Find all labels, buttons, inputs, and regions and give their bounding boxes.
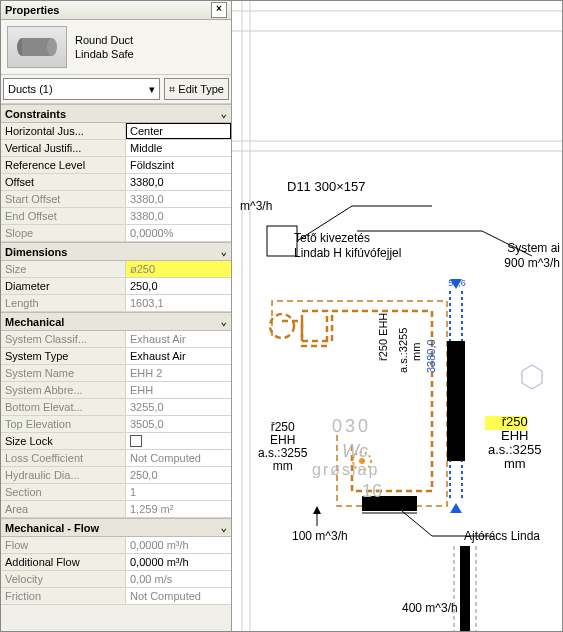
property-row[interactable]: System TypeExhaust Air (1, 348, 231, 365)
panel-titlebar: Properties × (1, 1, 231, 20)
svg-marker-31 (522, 365, 542, 389)
property-label: Size Lock (1, 433, 126, 449)
property-label: Reference Level (1, 157, 126, 173)
property-value: 1,259 m² (126, 501, 231, 517)
property-value[interactable]: Földszint (126, 157, 231, 173)
edit-type-button[interactable]: ⌗ Edit Type (164, 78, 229, 100)
svg-line-25 (402, 511, 432, 536)
canvas-label: Tető kivezetés (294, 231, 370, 245)
property-label: Friction (1, 588, 126, 604)
property-row[interactable]: Sizeø250 (1, 261, 231, 278)
property-label: Start Offset (1, 191, 126, 207)
property-label: Size (1, 261, 126, 277)
property-value[interactable]: Exhaust Air (126, 348, 231, 364)
close-icon[interactable]: × (211, 2, 227, 18)
property-label: Bottom Elevat... (1, 399, 126, 415)
property-value: Not Computed (126, 588, 231, 604)
duct-tag-left: ř250 EHH a.s.:3255 mm (258, 421, 307, 473)
canvas-label: Lindab H kifúvófejjel (294, 246, 401, 260)
type-selector-card[interactable]: Round Duct Lindab Safe (1, 20, 231, 75)
property-row[interactable]: Diameter250,0 (1, 278, 231, 295)
property-row[interactable]: Top Elevation3505,0 (1, 416, 231, 433)
svg-text:51,6: 51,6 (448, 278, 466, 288)
element-filter-label: Ducts (1) (8, 83, 53, 95)
property-label: Loss Coefficient (1, 450, 126, 466)
property-row[interactable]: Section1 (1, 484, 231, 501)
property-row[interactable]: Hydraulic Dia...250,0 (1, 467, 231, 484)
property-row[interactable]: FrictionNot Computed (1, 588, 231, 605)
property-row[interactable]: Additional Flow0,0000 m³/h (1, 554, 231, 571)
property-label: Section (1, 484, 126, 500)
property-row[interactable]: System Abbre...EHH (1, 382, 231, 399)
property-group-header[interactable]: Mechanical⌄ (1, 312, 231, 331)
property-value[interactable]: Middle (126, 140, 231, 156)
property-row[interactable]: System NameEHH 2 (1, 365, 231, 382)
property-label: Length (1, 295, 126, 311)
expand-icon: ⌄ (220, 521, 227, 534)
canvas-label: D11 300×157 (287, 179, 365, 194)
property-row[interactable]: Bottom Elevat...3255,0 (1, 399, 231, 416)
property-row[interactable]: End Offset3380,0 (1, 208, 231, 225)
element-filter-dropdown[interactable]: Ducts (1) ▾ (3, 78, 160, 100)
property-row[interactable]: Size Lock (1, 433, 231, 450)
property-value: EHH (126, 382, 231, 398)
room-dim-label: 030 (332, 416, 371, 437)
property-group-header[interactable]: Dimensions⌄ (1, 242, 231, 261)
property-label: Diameter (1, 278, 126, 294)
flow-label: 100 m^3/h (292, 529, 348, 543)
property-value: 1603,1 (126, 295, 231, 311)
property-group-header[interactable]: Constraints⌄ (1, 104, 231, 123)
property-label: Offset (1, 174, 126, 190)
room-name-label: Wc (342, 441, 368, 462)
svg-rect-9 (267, 226, 297, 256)
property-label: Additional Flow (1, 554, 126, 570)
property-value: 3380,0 (126, 191, 231, 207)
property-value[interactable]: 250,0 (126, 278, 231, 294)
property-value[interactable]: 0,0000 m³/h (126, 554, 231, 570)
checkbox-icon[interactable] (130, 435, 142, 447)
property-row[interactable]: Vertical Justifi...Middle (1, 140, 231, 157)
flow-label: 400 m^3/h (402, 601, 458, 615)
property-value[interactable]: Center (126, 123, 231, 139)
property-row[interactable]: Area1,259 m² (1, 501, 231, 518)
property-row[interactable]: Start Offset3380,0 (1, 191, 231, 208)
property-value[interactable] (126, 433, 231, 449)
property-value: Not Computed (126, 450, 231, 466)
svg-point-2 (47, 38, 57, 56)
duct-tag-right: ř250 EHH a.s.:3255 mm (488, 415, 542, 471)
property-row[interactable]: Slope0,0000% (1, 225, 231, 242)
property-row[interactable]: Flow0,0000 m³/h (1, 537, 231, 554)
drawing-canvas[interactable]: 51,6 D11 300×157 m^3/h T (232, 1, 562, 631)
property-row[interactable]: Reference LevelFöldszint (1, 157, 231, 174)
group-name: Mechanical (5, 316, 64, 328)
property-group-header[interactable]: Mechanical - Flow⌄ (1, 518, 231, 537)
property-row[interactable]: Velocity0,00 m/s (1, 571, 231, 588)
equipment-label: Ajtórács Linda (464, 529, 540, 543)
property-label: Velocity (1, 571, 126, 587)
group-name: Constraints (5, 108, 66, 120)
property-label: System Abbre... (1, 382, 126, 398)
type-thumbnail (7, 26, 67, 68)
expand-icon: ⌄ (220, 315, 227, 328)
property-value: ø250 (126, 261, 231, 277)
property-value: Exhaust Air (126, 331, 231, 347)
svg-marker-27 (313, 506, 321, 514)
properties-panel: Properties × Round Duct Lindab Safe Duct… (1, 1, 232, 631)
type-family-label: Round Duct (75, 33, 134, 47)
property-row[interactable]: Horizontal Jus...Center (1, 123, 231, 140)
expand-icon: ⌄ (220, 107, 227, 120)
property-row[interactable]: System Classif...Exhaust Air (1, 331, 231, 348)
property-value[interactable]: 3380,0 (126, 174, 231, 190)
svg-rect-28 (460, 546, 470, 631)
property-row[interactable]: Length1603,1 (1, 295, 231, 312)
property-row[interactable]: Offset3380,0 (1, 174, 231, 191)
canvas-label: a.s.:3255 (397, 328, 409, 373)
properties-list[interactable]: Constraints⌄Horizontal Jus...CenterVerti… (1, 104, 231, 631)
property-value: 0,0000% (126, 225, 231, 241)
group-name: Mechanical - Flow (5, 522, 99, 534)
canvas-label: m^3/h (240, 199, 272, 213)
property-label: Area (1, 501, 126, 517)
property-value: 3255,0 (126, 399, 231, 415)
svg-point-14 (270, 314, 294, 338)
property-row[interactable]: Loss CoefficientNot Computed (1, 450, 231, 467)
